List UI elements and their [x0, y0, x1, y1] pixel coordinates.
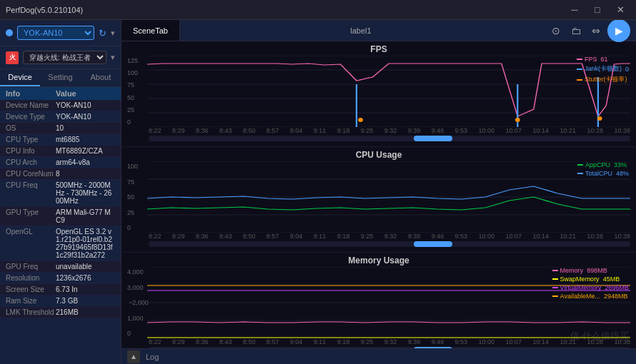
- right-icons: ⊙ 🗀 ⇔ ▶: [542, 20, 636, 42]
- folder-icon-btn[interactable]: 🗀: [567, 22, 585, 39]
- value-col-header: Value: [56, 89, 115, 98]
- titlebar: PerfDog(v5.0.210104) ─ □ ✕: [0, 0, 636, 20]
- device-select[interactable]: YOK-AN10: [17, 26, 94, 40]
- app-select[interactable]: 穿越火线: 枪战王者: [23, 51, 106, 64]
- memory-yaxis: 4,0003,000~2,0001,0000: [127, 267, 149, 338]
- info-row-4: CPU InfoMT6889Z/CZA: [0, 146, 121, 157]
- svg-point-9: [358, 118, 363, 122]
- info-value-4: MT6889Z/CZA: [56, 147, 115, 155]
- fps-yaxis: 1251007550250: [127, 56, 149, 127]
- info-value-0: YOK-AN10: [56, 101, 115, 109]
- cpu-legend: AppCPU 33% TotalCPU 48%: [577, 161, 629, 177]
- fps-legend: FPS 61 Jank(卡顿数) 0 Stutter(卡顿率): [577, 56, 629, 84]
- swap-icon-btn[interactable]: ⇔: [587, 22, 605, 39]
- right-panel: SceneTab label1 ⊙ 🗀 ⇔ ▶ FPS 125100755025…: [121, 20, 636, 364]
- charts-area: FPS 1251007550250: [121, 41, 636, 348]
- fps-legend-stutter: Stutter(卡顿率): [577, 75, 629, 84]
- info-row-2: OS10: [0, 123, 121, 134]
- info-row-12: Screen Size6.73 In: [0, 284, 121, 295]
- info-label-6: CPU CoreNum: [6, 170, 56, 178]
- close-button[interactable]: ✕: [610, 3, 630, 17]
- info-value-5: arm64-v8a: [56, 158, 115, 166]
- memory-scrollbar-thumb[interactable]: [414, 347, 452, 348]
- info-row-6: CPU CoreNum8: [0, 168, 121, 180]
- fps-legend-fps: FPS 61: [577, 56, 629, 63]
- memory-legend: Memory 898MB SwapMemory 45MB VirtualMemo…: [552, 267, 629, 300]
- info-label-4: CPU Info: [6, 147, 56, 155]
- info-value-14: 216MB: [56, 308, 115, 316]
- info-value-12: 6.73 In: [56, 285, 115, 293]
- main-layout: YOK-AN10 ↻ ▾ 火 穿越火线: 枪战王者 ▾ Device Setti…: [0, 20, 636, 364]
- info-value-1: YOK-AN10: [56, 113, 115, 121]
- scene-tab[interactable]: SceneTab: [121, 20, 180, 41]
- device-selector-row: YOK-AN10 ↻ ▾: [0, 20, 121, 46]
- memory-xaxis: 8:228:298:368:438:508:579:049:119:189:25…: [121, 338, 636, 345]
- info-label-13: Ram Size: [6, 297, 56, 305]
- target-icon-btn[interactable]: ⊙: [547, 22, 565, 39]
- cpu-scrollbar-thumb[interactable]: [414, 241, 452, 247]
- info-label-0: Device Name: [6, 101, 56, 109]
- device-arrow-icon[interactable]: ▾: [111, 29, 115, 38]
- info-label-12: Screen Size: [6, 285, 56, 293]
- cpu-svg: [147, 161, 630, 233]
- scene-label: label1: [180, 26, 542, 35]
- memory-chart-title: Memory Usage: [121, 256, 636, 266]
- cpu-scrollbar[interactable]: [149, 241, 630, 247]
- info-value-8: ARM Mali-G77 MC9: [56, 208, 115, 224]
- memory-scrollbar[interactable]: [149, 347, 630, 348]
- info-value-3: mt6885: [56, 136, 115, 143]
- cpu-yaxis: 1007550250: [127, 161, 149, 233]
- info-row-3: CPU Typemt6885: [0, 134, 121, 146]
- cpu-legend-app: AppCPU 33%: [577, 161, 629, 168]
- info-row-1: Device TypeYOK-AN10: [0, 111, 121, 123]
- log-bar: ▲ Log: [121, 348, 636, 364]
- info-value-9: OpenGL ES 3.2 v1.r21p0-01rel0.b227b91946…: [56, 228, 115, 259]
- info-value-2: 10: [56, 124, 115, 132]
- info-row-11: Resolution1236x2676: [0, 273, 121, 284]
- cpu-legend-total: TotalCPU 48%: [577, 170, 629, 177]
- tab-device[interactable]: Device: [0, 69, 40, 86]
- info-row-7: CPU Freq500MHz - 2000MHz - 730MHz - 2600…: [0, 180, 121, 207]
- info-value-6: 8: [56, 170, 115, 178]
- info-label-14: LMK Threshold: [6, 308, 56, 316]
- info-value-7: 500MHz - 2000MHz - 730MHz - 2600MHz: [56, 181, 115, 205]
- info-value-10: unavailable: [56, 263, 115, 271]
- info-table-header: Info Value: [0, 87, 121, 100]
- info-row-0: Device NameYOK-AN10: [0, 100, 121, 111]
- svg-point-10: [515, 118, 520, 122]
- svg-point-11: [597, 116, 602, 121]
- minimize-button[interactable]: ─: [565, 3, 585, 17]
- cpu-xaxis: 8:228:298:368:438:508:579:049:119:189:25…: [121, 233, 636, 240]
- tab-setting[interactable]: Setting: [40, 69, 80, 86]
- maximize-button[interactable]: □: [587, 3, 607, 17]
- info-row-9: OpenGLOpenGL ES 3.2 v1.r21p0-01rel0.b227…: [0, 226, 121, 261]
- app-selector-row: 火 穿越火线: 枪战王者 ▾: [0, 46, 121, 69]
- fps-xaxis: 8:228:298:368:438:508:579:049:119:189:25…: [121, 127, 636, 134]
- info-row-13: Ram Size7.3 GB: [0, 295, 121, 307]
- memory-chart: Memory Usage 4,0003,000~2,0001,0000: [121, 253, 636, 348]
- cpu-chart: CPU Usage 1007550250: [121, 147, 636, 253]
- memory-legend-available: AvailableMe... 2948MB: [552, 293, 629, 300]
- app-arrow-icon[interactable]: ▾: [111, 53, 115, 62]
- info-label-5: CPU Arch: [6, 158, 56, 166]
- app-icon: 火: [6, 51, 19, 64]
- fps-legend-jank: Jank(卡顿数) 0: [577, 64, 629, 74]
- info-label-11: Resolution: [6, 274, 56, 282]
- info-label-8: GPU Type: [6, 208, 56, 224]
- info-row-14: LMK Threshold216MB: [0, 307, 121, 318]
- app-title: PerfDog(v5.0.210104): [6, 6, 83, 14]
- info-table: Info Value Device NameYOK-AN10Device Typ…: [0, 87, 121, 364]
- fps-scrollbar-thumb[interactable]: [414, 136, 452, 141]
- info-value-13: 7.3 GB: [56, 297, 115, 305]
- fps-scrollbar[interactable]: [149, 136, 630, 141]
- fps-chart-title: FPS: [121, 44, 636, 54]
- cpu-chart-title: CPU Usage: [121, 150, 636, 160]
- play-button[interactable]: ▶: [607, 20, 630, 42]
- memory-legend-mem: Memory 898MB: [552, 267, 629, 274]
- tabs-row: Device Setting About: [0, 69, 121, 87]
- tab-about[interactable]: About: [81, 69, 121, 86]
- fps-svg: [147, 56, 630, 127]
- log-label: Log: [146, 353, 159, 361]
- refresh-icon[interactable]: ↻: [99, 28, 106, 39]
- log-toggle-button[interactable]: ▲: [127, 350, 140, 363]
